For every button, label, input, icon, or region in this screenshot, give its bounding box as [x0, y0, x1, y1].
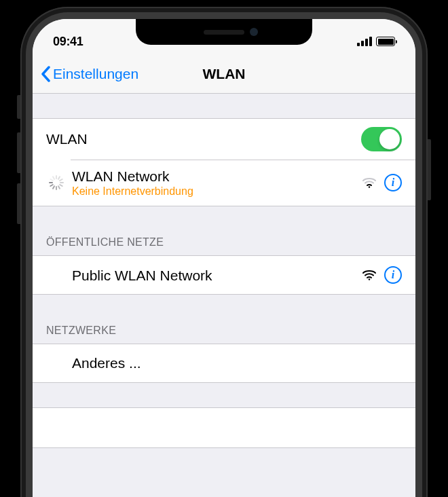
other-network-label: Anderes ...	[72, 355, 402, 371]
battery-icon	[376, 37, 395, 46]
svg-point-0	[369, 186, 370, 187]
wlan-toggle-label: WLAN	[46, 131, 361, 147]
navigation-bar: Einstellungen WLAN	[33, 54, 415, 94]
back-label: Einstellungen	[53, 66, 138, 82]
status-time: 09:41	[53, 35, 83, 49]
power-button	[428, 139, 431, 200]
wifi-icon	[362, 270, 376, 280]
connected-network-name: WLAN Network	[72, 168, 362, 185]
public-network-name: Public WLAN Network	[72, 267, 362, 284]
chevron-left-icon	[41, 66, 50, 82]
info-button[interactable]: i	[384, 266, 402, 284]
phone-frame: 09:41	[20, 7, 428, 497]
public-networks-header: ÖFFENTLICHE NETZE	[33, 231, 415, 255]
back-button[interactable]: Einstellungen	[41, 66, 138, 82]
mute-switch	[17, 95, 20, 119]
connected-network-row[interactable]: WLAN Network Keine Internetverbindung i	[33, 160, 415, 206]
wlan-toggle-row: WLAN	[33, 119, 415, 160]
wifi-weak-icon	[362, 177, 376, 188]
notch	[136, 19, 312, 45]
screen: 09:41	[33, 19, 415, 497]
connected-network-status: Keine Internetverbindung	[72, 185, 362, 198]
volume-up-button	[17, 132, 20, 173]
page-title: WLAN	[203, 66, 246, 82]
cellular-signal-icon	[357, 37, 372, 46]
public-network-row[interactable]: Public WLAN Network i	[33, 256, 415, 294]
info-button[interactable]: i	[384, 174, 402, 191]
svg-point-1	[369, 278, 370, 280]
volume-down-button	[17, 183, 20, 224]
spinner-icon	[49, 175, 64, 190]
networks-header: NETZWERKE	[33, 319, 415, 344]
wlan-toggle[interactable]	[361, 127, 402, 151]
other-network-row[interactable]: Anderes ...	[33, 344, 415, 382]
